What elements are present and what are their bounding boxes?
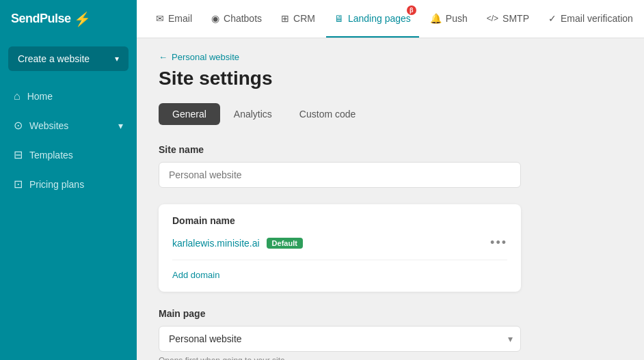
push-icon: 🔔 <box>430 13 442 24</box>
tab-general[interactable]: General <box>159 103 220 125</box>
beta-badge: β <box>407 5 416 15</box>
tab-analytics[interactable]: Analytics <box>220 103 286 125</box>
create-button-chevron-icon: ▾ <box>115 54 119 64</box>
nav-landing-label: Landing pages <box>348 13 411 24</box>
site-name-input[interactable] <box>159 162 521 188</box>
nav-item-smtp[interactable]: </> SMTP <box>479 0 537 38</box>
sidebar-item-home[interactable]: ⌂ Home <box>3 82 134 111</box>
domain-url[interactable]: karlalewis.minisite.ai <box>172 238 260 249</box>
sidebar-pricing-label: Pricing plans <box>29 179 84 190</box>
landing-pages-icon: 🖥 <box>334 13 344 24</box>
sidebar-templates-label: Templates <box>29 150 73 161</box>
nav-item-crm[interactable]: ⊞ CRM <box>273 0 323 38</box>
nav-menu: ✉ Email ◉ Chatbots ⊞ CRM 🖥 Landing pages… <box>148 0 641 38</box>
domain-more-button[interactable]: ••• <box>490 236 507 250</box>
sidebar-websites-label: Websites <box>29 120 68 131</box>
nav-chatbots-label: Chatbots <box>224 13 262 24</box>
breadcrumb-arrow-icon: ← <box>159 52 167 62</box>
domain-row: karlalewis.minisite.ai Default ••• <box>172 236 507 260</box>
main-page-select[interactable]: Personal website <box>159 326 521 352</box>
logo-text: SendPulse <box>11 12 71 26</box>
chatbots-icon: ◉ <box>211 13 219 24</box>
sidebar-item-pricing-plans[interactable]: ⊡ Pricing plans <box>3 169 134 199</box>
nav-smtp-label: SMTP <box>502 13 529 24</box>
create-button-label: Create a website <box>18 53 90 64</box>
top-navigation: SendPulse ⚡ ✉ Email ◉ Chatbots ⊞ CRM 🖥 L… <box>0 0 644 38</box>
breadcrumb-link[interactable]: Personal website <box>172 52 239 62</box>
create-website-button[interactable]: Create a website ▾ <box>8 46 129 71</box>
default-badge: Default <box>267 238 303 249</box>
websites-icon: ⊙ <box>14 119 23 132</box>
site-name-label: Site name <box>159 144 622 155</box>
main-page-helper-text: Opens first when going to your site <box>159 356 622 360</box>
nav-item-push[interactable]: 🔔 Push <box>422 0 476 38</box>
templates-icon: ⊟ <box>14 148 23 161</box>
nav-item-chatbots[interactable]: ◉ Chatbots <box>203 0 270 38</box>
nav-item-email-verification[interactable]: ✓ Email verification <box>540 0 641 38</box>
add-domain-link[interactable]: Add domain <box>172 270 219 280</box>
home-icon: ⌂ <box>14 90 21 102</box>
sidebar-item-websites[interactable]: ⊙ Websites ▾ <box>3 111 134 140</box>
sidebar-home-label: Home <box>27 91 53 102</box>
main-page-select-wrapper: Personal website ▾ <box>159 326 521 352</box>
tab-custom-code[interactable]: Custom code <box>286 103 369 125</box>
smtp-icon: </> <box>487 14 498 23</box>
nav-email-label: Email <box>168 13 192 24</box>
content-area: ← Personal website Site settings General… <box>137 38 644 360</box>
domain-card: Domain name karlalewis.minisite.ai Defau… <box>159 204 521 292</box>
nav-item-landing-pages[interactable]: 🖥 Landing pages β <box>326 0 419 38</box>
nav-crm-label: CRM <box>293 13 315 24</box>
email-verification-icon: ✓ <box>548 13 556 24</box>
pricing-plans-icon: ⊡ <box>14 178 23 191</box>
logo[interactable]: SendPulse ⚡ <box>0 0 137 38</box>
tabs-bar: General Analytics Custom code <box>159 103 622 125</box>
sidebar-item-templates[interactable]: ⊟ Templates <box>3 140 134 169</box>
sidebar: Create a website ▾ ⌂ Home ⊙ Websites ▾ ⊟… <box>0 38 137 360</box>
nav-push-label: Push <box>446 13 468 24</box>
websites-chevron-icon: ▾ <box>118 120 123 131</box>
crm-icon: ⊞ <box>281 13 289 24</box>
email-icon: ✉ <box>156 13 164 24</box>
nav-email-verification-label: Email verification <box>561 13 633 24</box>
site-name-section: Site name <box>159 144 622 188</box>
main-page-label: Main page <box>159 308 622 319</box>
page-title: Site settings <box>159 68 622 89</box>
main-page-section: Main page Personal website ▾ Opens first… <box>159 308 622 360</box>
domain-label: Domain name <box>172 215 507 226</box>
nav-item-email[interactable]: ✉ Email <box>148 0 200 38</box>
breadcrumb: ← Personal website <box>159 52 622 62</box>
logo-icon: ⚡ <box>74 11 91 27</box>
